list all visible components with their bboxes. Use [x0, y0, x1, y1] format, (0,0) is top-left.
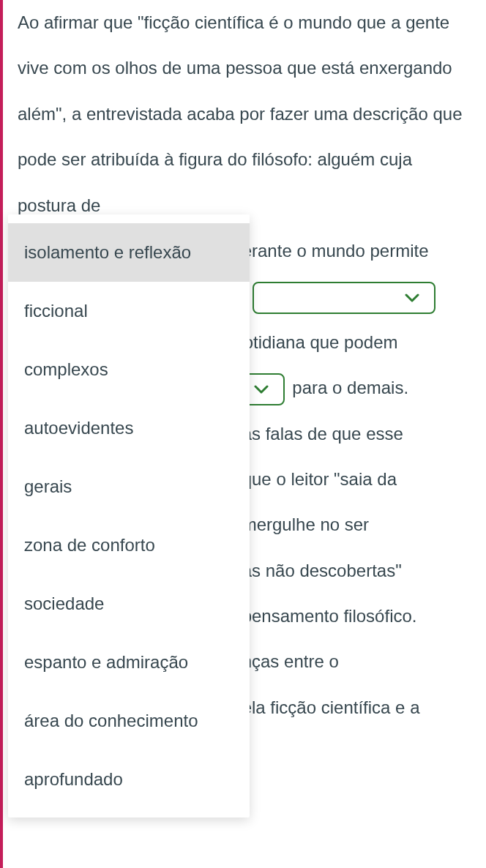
chevron-down-icon	[405, 293, 419, 302]
dropdown-option-1[interactable]: ficcional	[8, 282, 250, 340]
page-container: Ao afirmar que "ficção científica é o mu…	[0, 0, 486, 868]
chevron-down-icon	[254, 385, 269, 394]
text-part-12: ela ficção científica e a	[242, 697, 420, 717]
dropdown-option-3[interactable]: autoevidentes	[8, 399, 250, 457]
dropdown-option-7[interactable]: espanto e admiração	[8, 633, 250, 692]
text-part-8: mergulhe no ser	[242, 515, 369, 534]
text-part-6: as falas de que esse	[242, 424, 403, 444]
dropdown-option-9[interactable]: aprofundado	[8, 750, 250, 809]
text-part-7: que o leitor "saia da	[242, 469, 397, 489]
dropdown-option-2[interactable]: complexos	[8, 340, 250, 399]
text-part-5: para o demais.	[292, 378, 408, 397]
text-part-9: as não descobertas"	[242, 561, 402, 580]
dropdown-option-6[interactable]: sociedade	[8, 575, 250, 633]
text-part-11: nças entre o	[242, 651, 339, 671]
text-part-10: pensamento filosófico.	[242, 606, 417, 626]
dropdown-option-8[interactable]: área do conhecimento	[8, 692, 250, 750]
dropdown-option-4[interactable]: gerais	[8, 457, 250, 516]
dropdown-options-list: isolamento e reflexão ficcional complexo…	[8, 214, 250, 818]
text-part-4: cotidiana que podem	[235, 332, 398, 352]
dropdown-blank-1[interactable]	[253, 282, 435, 314]
dropdown-option-5[interactable]: zona de conforto	[8, 516, 250, 575]
text-part-2-fragment: erante o mundo permite	[242, 241, 429, 261]
dropdown-option-0[interactable]: isolamento e reflexão	[8, 223, 250, 282]
text-part-1: Ao afirmar que "ficção científica é o mu…	[18, 12, 463, 215]
